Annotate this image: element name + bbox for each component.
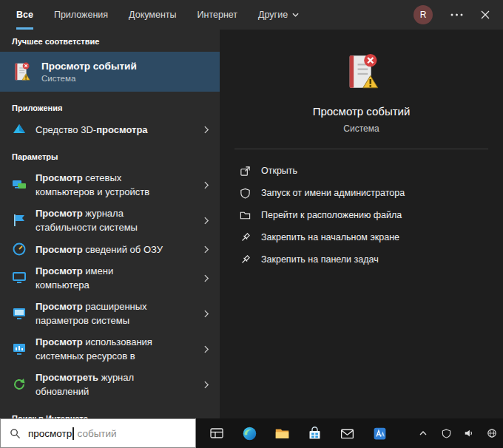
update-history-icon bbox=[12, 377, 27, 392]
expand-chevron-icon[interactable] bbox=[204, 217, 209, 225]
tray-app-icon[interactable] bbox=[439, 427, 453, 440]
best-match-result[interactable]: Просмотр событий Система bbox=[0, 52, 220, 92]
text-caret bbox=[72, 427, 74, 440]
best-match-subtitle: Система bbox=[41, 74, 137, 83]
close-icon[interactable] bbox=[481, 10, 490, 19]
search-icon bbox=[10, 428, 21, 439]
action-list: Открыть Запуск от имени администратора П… bbox=[220, 160, 503, 271]
settings-result-ram-info[interactable]: Просмотр сведений об ОЗУ bbox=[0, 238, 220, 260]
action-pin-to-taskbar[interactable]: Закрепить на панели задач bbox=[239, 248, 503, 271]
tab-web[interactable]: Интернет bbox=[198, 0, 238, 30]
search-suggestion-text: событий bbox=[75, 428, 117, 439]
3d-viewer-icon bbox=[12, 122, 27, 137]
settings-header: Параметры bbox=[12, 152, 220, 161]
pinned-app-icon[interactable] bbox=[371, 424, 388, 442]
settings-result-computer-name[interactable]: Просмотр имени компьютера bbox=[0, 260, 220, 296]
pin-taskbar-icon bbox=[239, 254, 251, 265]
taskbar-pinned-icons bbox=[208, 424, 388, 442]
search-filter-bar: Все Приложения Документы Интернет Другие… bbox=[0, 0, 503, 30]
divider bbox=[234, 149, 488, 149]
settings-result-reliability-history[interactable]: Просмотр журнала стабильности системы bbox=[0, 203, 220, 238]
event-viewer-icon bbox=[340, 50, 383, 93]
expand-chevron-icon[interactable] bbox=[204, 381, 209, 389]
taskbar-search-input[interactable]: просмотр событий bbox=[0, 418, 196, 448]
advanced-settings-icon bbox=[12, 306, 27, 321]
computer-name-icon bbox=[12, 271, 27, 285]
expand-chevron-icon[interactable] bbox=[204, 345, 209, 353]
search-typed-text: просмотр bbox=[28, 428, 72, 439]
expand-chevron-icon[interactable] bbox=[204, 181, 209, 189]
chevron-down-icon bbox=[292, 13, 299, 17]
results-panel: Лучшее соответствие Просмотр событий bbox=[0, 30, 220, 418]
more-options-icon[interactable] bbox=[450, 13, 463, 16]
best-match-header: Лучшее соответствие bbox=[12, 37, 220, 46]
settings-result-resource-usage[interactable]: Просмотр использования системных ресурсо… bbox=[0, 331, 220, 367]
user-avatar[interactable]: R bbox=[413, 5, 433, 24]
tab-apps[interactable]: Приложения bbox=[54, 0, 108, 30]
preview-title: Просмотр событий bbox=[220, 105, 503, 118]
expand-chevron-icon[interactable] bbox=[204, 310, 209, 318]
run-as-admin-icon bbox=[239, 187, 251, 199]
edge-icon[interactable] bbox=[240, 424, 258, 442]
volume-icon[interactable] bbox=[462, 427, 476, 440]
taskbar: просмотр событий bbox=[0, 418, 503, 448]
event-viewer-icon bbox=[10, 61, 33, 83]
expand-chevron-icon[interactable] bbox=[204, 245, 209, 254]
task-view-icon[interactable] bbox=[208, 424, 226, 442]
windows-search-flyout: Все Приложения Документы Интернет Другие… bbox=[0, 0, 503, 448]
best-match-title: Просмотр событий bbox=[41, 61, 137, 72]
network-devices-icon bbox=[12, 177, 27, 192]
open-icon bbox=[239, 165, 251, 177]
preview-subtitle: Система bbox=[220, 123, 503, 134]
settings-result-update-history[interactable]: Просмотреть журнал обновлений bbox=[0, 367, 220, 402]
system-tray bbox=[416, 427, 499, 440]
apps-header: Приложения bbox=[12, 103, 220, 112]
expand-chevron-icon[interactable] bbox=[204, 274, 209, 282]
tab-more[interactable]: Другие bbox=[258, 0, 299, 30]
ram-info-icon bbox=[12, 242, 27, 257]
pin-start-icon bbox=[239, 231, 251, 243]
action-pin-to-start[interactable]: Закрепить на начальном экране bbox=[239, 226, 503, 248]
app-result-3d-viewer[interactable]: Средство 3D-просмотра bbox=[0, 118, 220, 140]
filter-tabs: Все Приложения Документы Интернет Другие bbox=[16, 0, 299, 30]
action-run-as-admin[interactable]: Запуск от имени администратора bbox=[239, 182, 503, 204]
store-icon[interactable] bbox=[305, 424, 323, 442]
network-icon[interactable] bbox=[485, 427, 499, 440]
expand-chevron-icon[interactable] bbox=[204, 126, 209, 134]
action-open-file-location[interactable]: Перейти к расположению файла bbox=[239, 204, 503, 226]
mail-icon[interactable] bbox=[338, 424, 356, 442]
resource-usage-icon bbox=[12, 342, 27, 356]
reliability-history-icon bbox=[12, 213, 27, 228]
preview-panel: Просмотр событий Система Открыть Запуск … bbox=[220, 30, 503, 418]
window-controls: R bbox=[413, 0, 490, 30]
settings-result-network-devices[interactable]: Просмотр сетевых компьютеров и устройств bbox=[0, 167, 220, 203]
file-location-icon bbox=[239, 209, 251, 221]
tab-documents[interactable]: Документы bbox=[129, 0, 176, 30]
tab-all[interactable]: Все bbox=[16, 0, 33, 30]
settings-result-advanced-settings[interactable]: Просмотр расширенных параметров системы bbox=[0, 296, 220, 331]
tray-expand-icon[interactable] bbox=[416, 427, 430, 440]
action-open[interactable]: Открыть bbox=[239, 160, 503, 182]
file-explorer-icon[interactable] bbox=[273, 424, 291, 442]
